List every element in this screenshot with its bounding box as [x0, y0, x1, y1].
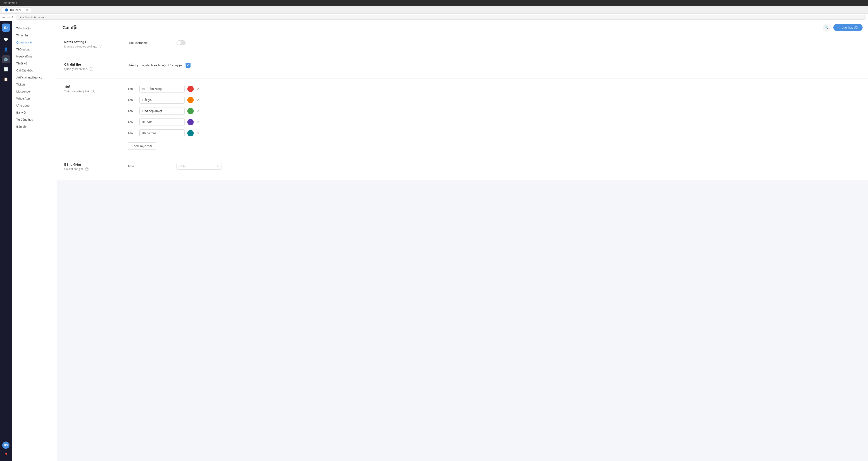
score-type-value: CSV [180, 164, 186, 168]
card-section-title: Cài đặt thẻ [64, 63, 113, 66]
tag-delete-2[interactable]: ✕ [196, 108, 200, 113]
refresh-button[interactable]: ↻ [12, 15, 14, 19]
sidebar-item-ung-dung[interactable]: Ứng dụng [12, 102, 57, 109]
tags-section: Thẻ Thêm và quản lý thẻ. ? Tên ✕ [57, 79, 868, 156]
tag-row-2: Tên ✕ [128, 107, 861, 115]
notes-section-desc: Manage the notes settings. ? [64, 45, 113, 48]
sidebar-item-thong-bao[interactable]: Thông báo [12, 46, 57, 53]
sidebar-item-quan-tri-vien[interactable]: Quản trị viên [12, 39, 57, 46]
sidebar-item-thiet-ke[interactable]: Thiết kế [12, 60, 57, 67]
sidebar-item-whatsapp[interactable]: WhatsApp [12, 95, 57, 102]
score-left: Bảng điểm Cài đặt bản ghi. ? [57, 156, 120, 180]
forward-button[interactable]: → [7, 15, 10, 20]
sidebar-item-ai[interactable]: Artificial Intelligence [12, 74, 57, 81]
search-button[interactable]: 🔍 [823, 24, 831, 32]
icon-bar-users[interactable]: 👤 [2, 45, 10, 54]
icon-bar-board[interactable]: 📋 [2, 75, 10, 83]
add-new-tag-button[interactable]: Thêm mục mới [128, 142, 156, 150]
tag-name-label-4: Tên [128, 131, 137, 135]
icon-bar: ib 💬 👤 ⚙️ 📊 📋 HG ❓ [0, 21, 12, 461]
notes-settings-section: Notes settings Manage the notes settings… [57, 34, 868, 56]
score-type-select[interactable]: CSV ▾ [177, 163, 222, 170]
tag-input-2[interactable] [140, 107, 185, 115]
toggle-thumb [177, 41, 181, 45]
browser-url[interactable]: https://admin.ibchat.net [16, 15, 866, 20]
tag-color-4[interactable] [187, 130, 194, 136]
sidebar-item-tu-dong-hoa[interactable]: Tự động hóa [12, 116, 57, 123]
score-section: Bảng điểm Cài đặt bản ghi. ? Type CSV ▾ [57, 156, 868, 181]
tag-color-2[interactable] [187, 108, 194, 114]
card-settings-right: Hiển thị trong danh sách cuộc trò chuyện… [120, 56, 868, 78]
score-help-icon[interactable]: ? [85, 167, 89, 171]
show-in-list-label: Hiển thị trong danh sách cuộc trò chuyện [128, 64, 182, 67]
icon-bar-chat[interactable]: 💬 [2, 35, 10, 43]
tag-name-label-1: Tên [128, 98, 137, 102]
tag-color-1[interactable] [187, 97, 194, 103]
tag-delete-1[interactable]: ✕ [196, 97, 200, 102]
notes-section-title: Notes settings [64, 40, 113, 44]
sidebar-item-ban-dich[interactable]: Bản dịch [12, 123, 57, 130]
tags-section-desc: Thêm và quản lý thẻ. ? [64, 90, 113, 93]
tag-input-3[interactable] [140, 118, 185, 126]
tags-section-title: Thẻ [64, 85, 113, 89]
tags-help-icon[interactable]: ? [92, 90, 95, 93]
sidebar-item-messenger[interactable]: Messenger [12, 88, 57, 95]
app-logo[interactable]: ib [2, 24, 10, 32]
save-checkmark-icon: ✓ [838, 26, 840, 29]
notes-help-icon[interactable]: ? [99, 45, 102, 48]
sidebar: Trò chuyện Tin nhắn Quản trị viên Thông … [12, 21, 57, 461]
sidebar-item-nguoi-dung[interactable]: Người dùng [12, 53, 57, 60]
score-type-label: Type [128, 164, 173, 168]
tag-name-label-3: Tên [128, 120, 137, 124]
icon-bar-analytics[interactable]: 📊 [2, 65, 10, 73]
tag-delete-4[interactable]: ✕ [196, 131, 200, 136]
tag-input-1[interactable] [140, 96, 185, 104]
tab-label: IBCHAT.NET [9, 9, 24, 11]
tags-right: Tên ✕ Tên ✕ Tên [120, 79, 868, 156]
tag-row-0: Tên ✕ [128, 85, 861, 93]
sidebar-item-tickets[interactable]: Tickets [12, 81, 57, 88]
browser-tab[interactable]: 🔵 IBCHAT.NET ✕ [2, 7, 31, 12]
tag-input-4[interactable] [140, 129, 185, 137]
save-button[interactable]: ✓ Lưu thay đổi [833, 24, 863, 31]
sidebar-item-tro-chuyen[interactable]: Trò chuyện [12, 25, 57, 32]
tags-left: Thẻ Thêm và quản lý thẻ. ? [57, 79, 120, 156]
card-section-desc: Quản lý cài đặt thẻ. ? [64, 67, 113, 71]
tag-row-4: Tên ✕ [128, 129, 861, 137]
tag-row-3: Tên ✕ [128, 118, 861, 126]
chevron-down-icon: ▾ [217, 164, 219, 168]
score-section-title: Bảng điểm [64, 163, 113, 166]
score-right: Type CSV ▾ [120, 156, 868, 180]
card-settings-section: Cài đặt thẻ Quản lý cài đặt thẻ. ? Hiển … [57, 56, 868, 79]
sidebar-item-cai-dat-khac[interactable]: Cài đặt khác [12, 67, 57, 74]
icon-bar-settings[interactable]: ⚙️ [2, 55, 10, 63]
user-avatar[interactable]: HG [2, 441, 9, 449]
back-button[interactable]: ← [2, 15, 5, 20]
show-in-list-row: Hiển thị trong danh sách cuộc trò chuyện… [128, 63, 861, 68]
icon-bar-help[interactable]: ❓ [2, 451, 10, 459]
tag-delete-3[interactable]: ✕ [196, 120, 200, 125]
card-help-icon[interactable]: ? [90, 67, 93, 71]
content-area: Notes settings Manage the notes settings… [57, 34, 868, 461]
tag-delete-0[interactable]: ✕ [196, 86, 200, 91]
tag-color-3[interactable] [187, 119, 194, 125]
notes-settings-right: Hide username [120, 34, 868, 56]
show-in-list-checkbox[interactable]: ✓ [186, 63, 190, 68]
tag-row-1: Tên ✕ [128, 96, 861, 104]
tag-name-label-0: Tên [128, 87, 137, 91]
score-type-row: Type CSV ▾ [128, 163, 861, 170]
tag-input-0[interactable] [140, 85, 185, 93]
browser-tab-bar: 🔵 IBCHAT.NET ✕ [0, 6, 868, 13]
score-section-desc: Cài đặt bản ghi. ? [64, 167, 113, 171]
sidebar-item-bai-viet[interactable]: Bài viết [12, 109, 57, 116]
save-button-label: Lưu thay đổi [842, 26, 858, 29]
hide-username-toggle[interactable] [177, 40, 186, 45]
browser-nav-bar: ← → ↻ https://admin.ibchat.net [0, 13, 868, 21]
hide-username-row: Hide username [128, 40, 861, 45]
browser-title: IBCHAT.NET [3, 2, 17, 4]
hide-username-label: Hide username [128, 41, 173, 44]
tag-color-0[interactable] [187, 86, 194, 92]
notes-settings-left: Notes settings Manage the notes settings… [57, 34, 120, 56]
sidebar-item-tin-nhan[interactable]: Tin nhắn [12, 32, 57, 39]
browser-chrome: IBCHAT.NET [0, 0, 868, 6]
